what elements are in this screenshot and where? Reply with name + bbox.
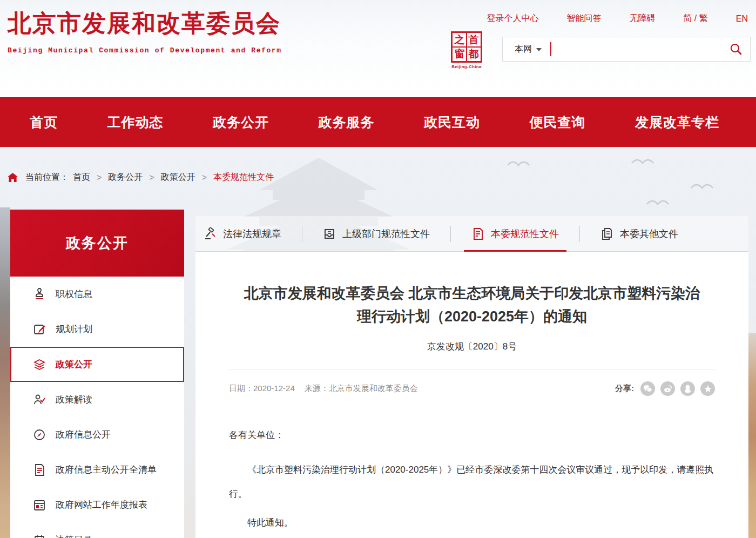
nav-item-interaction[interactable]: 政民互动 — [424, 113, 480, 131]
top-header: 北京市发展和改革委员会 Beijing Municipal Commission… — [0, 0, 756, 97]
article-salutation: 各有关单位： — [229, 427, 715, 443]
breadcrumb-policy-open[interactable]: 政策公开 — [161, 172, 195, 183]
document-number: 京发改规〔2020〕8号 — [229, 340, 715, 353]
tab-divider — [450, 226, 451, 242]
right-background-strip — [748, 333, 756, 538]
sidebar-item-planning[interactable]: 规划计划 — [10, 312, 184, 347]
article-paragraph: 特此通知。 — [229, 515, 715, 531]
tab-committee-other-documents[interactable]: 本委其他文件 — [600, 216, 678, 251]
accessibility-link[interactable]: 无障碍 — [629, 13, 655, 24]
nav-item-gov-service[interactable]: 政务服务 — [319, 113, 375, 131]
share-weibo-button[interactable] — [660, 381, 675, 396]
nav-item-gov-open[interactable]: 政务公开 — [213, 113, 269, 131]
sidebar-item-policy-interpretation[interactable]: 政策解读 — [10, 382, 184, 417]
search-scope-label: 本网 — [515, 44, 532, 55]
login-link[interactable]: 登录个人中心 — [487, 13, 538, 24]
checklist-icon — [33, 463, 46, 476]
main-nav: 首页 工作动态 政务公开 政务服务 政民互动 便民查询 发展改革专栏 — [0, 97, 756, 147]
qzone-icon — [704, 385, 712, 393]
sidebar-item-website-annual-report[interactable]: 政府网站工作年度报表 — [10, 487, 184, 522]
layers-icon — [33, 358, 46, 371]
sidebar-header: 政务公开 — [10, 210, 184, 277]
sidebar: 政务公开 职权信息 规划计划 政策公开 — [10, 210, 184, 538]
wechat-icon — [643, 385, 652, 393]
sidebar-item-decision-directory[interactable]: 决策目录 — [10, 522, 184, 538]
tab-laws-regulations[interactable]: 法律法规规章 — [204, 216, 281, 251]
report-icon — [33, 499, 46, 512]
nav-item-convenience-query[interactable]: 便民查询 — [530, 113, 586, 131]
site-title: 北京市发展和改革委员会 — [8, 8, 282, 39]
search-input[interactable] — [551, 38, 725, 60]
left-background-strip — [0, 207, 10, 538]
seal-char: 都 — [467, 47, 481, 61]
site-subtitle: Beijing Municipal Commission of Developm… — [8, 46, 282, 55]
inbox-icon — [323, 227, 336, 240]
sidebar-item-proactive-disclosure-list[interactable]: 政府信息主动公开全清单 — [10, 452, 184, 487]
sidebar-item-label: 政策解读 — [56, 393, 92, 406]
tab-divider — [302, 226, 302, 242]
breadcrumb-separator: > — [97, 173, 102, 183]
seal-char: 之 — [453, 33, 467, 47]
tab-label: 上级部门规范性文件 — [342, 227, 430, 240]
compass-icon — [33, 428, 46, 441]
share-wechat-button[interactable] — [640, 381, 655, 396]
doc-lines-icon — [471, 227, 484, 240]
plan-icon — [33, 323, 46, 336]
article-title: 北京市发展和改革委员会 北京市生态环境局关于印发北京市塑料污染治理行动计划（20… — [229, 282, 715, 328]
sidebar-item-label: 规划计划 — [56, 323, 92, 335]
seal-caption: Beijing-China — [450, 64, 483, 69]
gavel-icon — [204, 227, 217, 240]
weibo-icon — [664, 385, 672, 393]
directory-icon — [33, 534, 46, 538]
nav-item-reform-column[interactable]: 发展改革专栏 — [635, 113, 719, 131]
breadcrumb-separator: > — [149, 173, 154, 183]
share-qq-button[interactable] — [680, 381, 695, 396]
page-body: 当前位置： 首页 > 政务公开 > 政策公开 > 本委规范性文件 政务公开 职权… — [0, 147, 756, 538]
smart-qa-link[interactable]: 智能问答 — [566, 13, 601, 24]
sidebar-item-label: 职权信息 — [56, 288, 92, 300]
breadcrumb-home[interactable]: 首页 — [73, 172, 90, 183]
breadcrumb-separator: > — [202, 173, 207, 183]
interpret-icon — [33, 393, 46, 406]
date-label: 日期： — [229, 384, 253, 393]
site-logo[interactable]: 北京市发展和改革委员会 Beijing Municipal Commission… — [8, 8, 282, 55]
search-button[interactable] — [725, 38, 747, 60]
stamp-icon — [33, 288, 46, 301]
simplified-traditional-link[interactable]: 简 / 繁 — [683, 13, 707, 24]
sidebar-item-policy-open[interactable]: 政策公开 — [10, 347, 184, 382]
nav-item-work-news[interactable]: 工作动态 — [107, 113, 164, 131]
tab-divider — [579, 226, 580, 242]
tab-label: 法律法规规章 — [223, 227, 281, 240]
docs-copy-icon — [600, 227, 613, 240]
breadcrumb-current: 本委规范性文件 — [213, 172, 274, 183]
top-utility-links: 登录个人中心 智能问答 无障碍 简 / 繁 EN — [487, 13, 748, 24]
share-qzone-button[interactable] — [700, 381, 715, 396]
nav-item-home[interactable]: 首页 — [30, 113, 58, 131]
tab-superior-normative-documents[interactable]: 上级部门规范性文件 — [323, 216, 430, 251]
document-category-tabs: 法律法规规章 上级部门规范性文件 本委规范性文件 — [195, 216, 748, 252]
sidebar-item-gov-info-open[interactable]: 政府信息公开 — [10, 417, 184, 452]
sidebar-item-label: 政府信息公开 — [56, 428, 111, 441]
english-link[interactable]: EN — [736, 14, 748, 24]
sidebar-item-label: 决策目录 — [56, 534, 92, 538]
breadcrumb-gov-open[interactable]: 政务公开 — [108, 172, 143, 183]
article-paragraph: 《北京市塑料污染治理行动计划（2020-2025年）》已经市委深改委第十四次会议… — [229, 458, 715, 506]
sidebar-item-label: 政府信息主动公开全清单 — [56, 463, 157, 476]
capital-window-seal[interactable]: 之 首 窗 都 Beijing-China — [450, 31, 483, 69]
search-scope-dropdown[interactable]: 本网 — [503, 44, 542, 55]
article-meta: 日期：2020-12-24来源：北京市发展和改革委员会 — [229, 384, 418, 394]
sidebar-item-label: 政策公开 — [56, 358, 92, 371]
sidebar-item-label: 政府网站工作年度报表 — [56, 499, 147, 511]
seal-logo-icon: 之 首 窗 都 — [451, 31, 482, 63]
article-body: 各有关单位： 《北京市塑料污染治理行动计划（2020-2025年）》已经市委深改… — [229, 427, 715, 538]
sidebar-item-authority-info[interactable]: 职权信息 — [10, 277, 184, 312]
seal-char: 窗 — [453, 47, 467, 61]
share-label: 分享: — [615, 384, 634, 394]
tab-label: 本委其他文件 — [620, 227, 678, 240]
meta-divider — [229, 369, 715, 369]
chevron-down-icon — [536, 48, 542, 51]
tab-committee-normative-documents[interactable]: 本委规范性文件 — [471, 216, 559, 251]
birds-watermark — [502, 154, 718, 214]
tab-label: 本委规范性文件 — [491, 227, 559, 240]
article-panel: 北京市发展和改革委员会 北京市生态环境局关于印发北京市塑料污染治理行动计划（20… — [195, 252, 748, 538]
